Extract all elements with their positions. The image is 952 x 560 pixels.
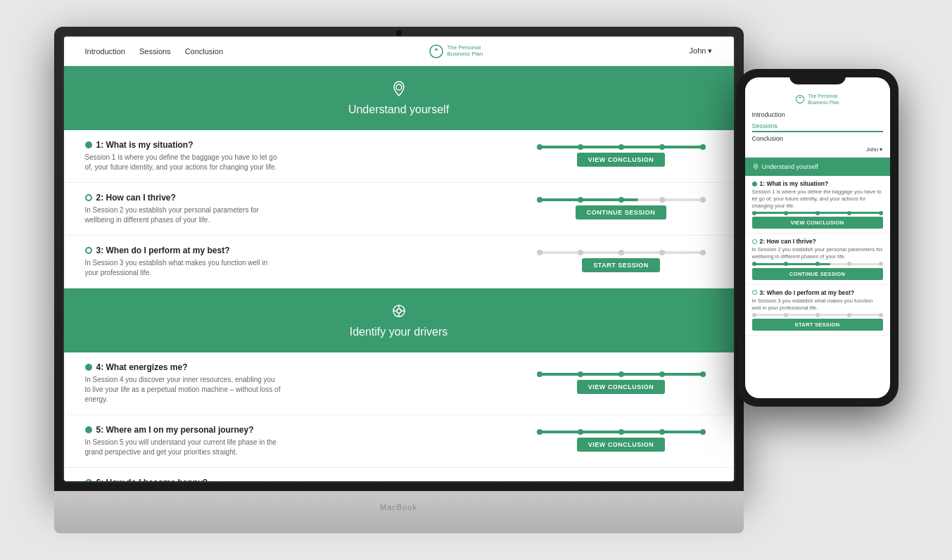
iphone-nav-conclusion[interactable]: Conclusion — [752, 134, 883, 144]
iphone-progress-3 — [752, 314, 883, 316]
progress-dot — [700, 144, 706, 150]
iphone-brand-logo — [795, 94, 805, 104]
iphone-continue-session-btn-2[interactable]: CONTINUE SESSION — [752, 268, 883, 280]
progress-dot — [578, 144, 583, 150]
sessions-group-2: 4: What energizes me? In Session 4 you d… — [64, 352, 734, 481]
progress-dot — [659, 250, 665, 255]
iphone-session-desc-2: In Session 2 you establish your personal… — [752, 246, 883, 260]
progress-dot — [659, 144, 665, 150]
progress-dot — [578, 429, 583, 435]
session-item-2: 2: How can I thrive? In Session 2 you es… — [64, 183, 734, 236]
iphone-progress-dot — [752, 313, 756, 317]
nav-sessions[interactable]: Sessions — [139, 47, 171, 56]
session-right-3: START SESSION — [530, 251, 713, 272]
brand-logo-icon — [429, 44, 443, 58]
view-conclusion-btn-1[interactable]: VIEW CONCLUSION — [577, 153, 666, 167]
progress-dot — [700, 429, 706, 435]
session-right-1: VIEW CONCLUSION — [530, 146, 713, 167]
progress-dot — [618, 144, 624, 150]
session-name-3: 3: When do I perform at my best? — [85, 246, 516, 255]
iphone-app: Introduction The PersonalBusiness Plan I… — [745, 77, 890, 398]
iphone-session-name-1: 1: What is my situation? — [752, 180, 883, 187]
progress-track-2 — [537, 198, 706, 201]
progress-dot — [659, 197, 665, 203]
iphone-user[interactable]: John ▾ — [752, 146, 883, 153]
progress-dot — [618, 197, 624, 203]
iphone-brand: Introduction The PersonalBusiness Plan — [752, 93, 883, 106]
session-desc-2: In Session 2 you establish your personal… — [85, 205, 282, 225]
iphone-progress-1 — [752, 212, 883, 214]
iphone-progress-dot — [879, 262, 883, 266]
session-name-5: 5: Where am I on my personal journey? — [85, 425, 516, 435]
progress-dot — [537, 250, 542, 255]
sessions-group-1: 1: What is my situation? Session 1 is wh… — [64, 130, 734, 288]
iphone-progress-dot — [784, 313, 788, 317]
nav-conclusion[interactable]: Conclusion — [185, 47, 223, 56]
session-right-2: CONTINUE SESSION — [530, 198, 713, 219]
svg-point-3 — [397, 309, 401, 313]
section-identify-drivers: Identify your drivers — [64, 288, 734, 352]
section-title-understand: Understand yourself — [78, 103, 720, 116]
progress-dot — [537, 197, 542, 203]
session-item-1: 1: What is my situation? Session 1 is wh… — [64, 130, 734, 183]
brand-text: The Personal Business Plan — [447, 45, 483, 58]
view-conclusion-btn-4[interactable]: VIEW CONCLUSION — [577, 380, 666, 394]
session-right-4: VIEW CONCLUSION — [530, 373, 713, 394]
nav-introduction[interactable]: Introduction — [85, 47, 125, 56]
iphone-session-2: 2: How can I thrive? In Session 2 you es… — [745, 234, 890, 285]
session-name-1: 1: What is my situation? — [85, 140, 516, 150]
iphone-progress-dot — [784, 211, 788, 215]
iphone-section-header: Understand yourself — [745, 158, 890, 176]
iphone-progress-dot — [815, 262, 820, 266]
view-conclusion-btn-5[interactable]: VIEW CONCLUSION — [577, 438, 666, 452]
progress-track-3 — [537, 251, 706, 254]
iphone-device: Introduction The PersonalBusiness Plan I… — [737, 69, 899, 407]
macbook-base — [54, 491, 744, 533]
session-desc-4: In Session 4 you discover your inner res… — [85, 375, 282, 405]
iphone-nav-introduction[interactable]: Introduction — [752, 110, 883, 120]
macbook-camera — [396, 30, 402, 36]
progress-dot — [659, 429, 665, 435]
progress-dot — [700, 371, 706, 377]
iphone-nav-links: Introduction Sessions Conclusion — [752, 110, 883, 144]
iphone-progress-dot — [752, 262, 756, 266]
continue-session-btn-2[interactable]: CONTINUE SESSION — [576, 205, 667, 219]
session-dot-6 — [85, 479, 92, 481]
section-understand-yourself: Understand yourself — [64, 66, 734, 130]
iphone-progress-dot — [847, 313, 851, 317]
iphone-location-icon — [752, 163, 759, 170]
session-item-3: 3: When do I perform at my best? In Sess… — [64, 236, 734, 288]
start-session-btn-3[interactable]: START SESSION — [582, 258, 659, 272]
svg-point-9 — [754, 165, 756, 167]
iphone-nav-sessions[interactable]: Sessions — [752, 121, 883, 132]
session-info-2: 2: How can I thrive? In Session 2 you es… — [85, 193, 516, 225]
iphone-nav: Introduction The PersonalBusiness Plan I… — [745, 77, 890, 158]
progress-track-4 — [537, 373, 706, 376]
iphone-progress-dot — [784, 262, 788, 266]
macbook-body: Introduction Sessions Conclusion The Per… — [54, 27, 744, 491]
progress-dot — [618, 250, 624, 255]
iphone-view-conclusion-btn-1[interactable]: VIEW CONCLUSION — [752, 217, 883, 229]
iphone-progress-dot — [879, 313, 883, 317]
session-name-4: 4: What energizes me? — [85, 362, 516, 372]
iphone-screen: Introduction The PersonalBusiness Plan I… — [745, 77, 890, 398]
iphone-notch — [789, 69, 846, 84]
iphone-progress-dot — [815, 313, 820, 317]
iphone-session-name-2: 2: How can I thrive? — [752, 238, 883, 245]
progress-dot — [618, 429, 624, 435]
app-content: Introduction Sessions Conclusion The Per… — [64, 37, 734, 481]
nav-user[interactable]: John ▾ — [690, 46, 713, 56]
session-name-6: 6: How do I become happy? — [85, 478, 516, 481]
progress-dot — [578, 197, 583, 203]
iphone-brand-text: Introduction The PersonalBusiness Plan — [808, 93, 839, 106]
session-info-1: 1: What is my situation? Session 1 is wh… — [85, 140, 516, 172]
session-item-5: 5: Where am I on my personal journey? In… — [64, 415, 734, 468]
session-item-4: 4: What energizes me? In Session 4 you d… — [64, 352, 734, 415]
app-nav: Introduction Sessions Conclusion The Per… — [64, 37, 734, 66]
iphone-start-session-btn-3[interactable]: START Session — [752, 319, 883, 331]
iphone-progress-dot — [752, 211, 756, 215]
iphone-progress-dot — [879, 211, 883, 215]
progress-dot — [578, 371, 583, 377]
session-info-3: 3: When do I perform at my best? In Sess… — [85, 246, 516, 278]
session-info-6: 6: How do I become happy? In Session 6 y… — [85, 478, 516, 481]
